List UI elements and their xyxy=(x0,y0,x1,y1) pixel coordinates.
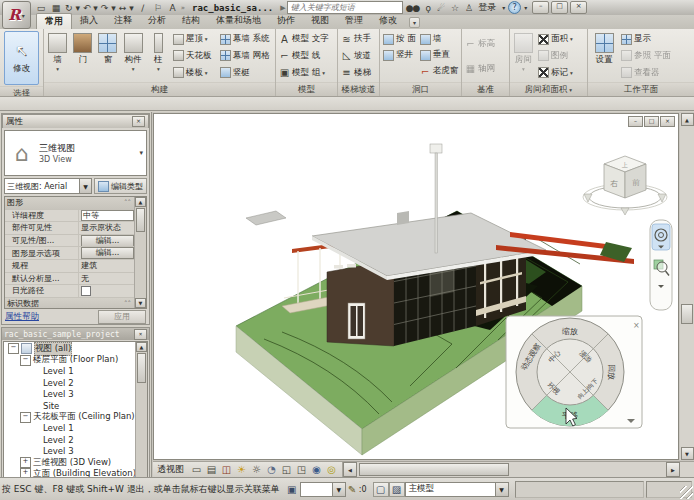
panel-label-model[interactable]: 模型 xyxy=(276,82,337,96)
app-logo[interactable]: R ▾ xyxy=(2,1,31,29)
active-design-option-combo[interactable]: 主模型 ▼ xyxy=(405,482,509,497)
scroll-up-icon[interactable]: ▲ xyxy=(135,197,146,207)
tab-体量和场地[interactable]: 体量和场地 xyxy=(208,13,269,29)
reveal-hidden-elements-icon[interactable]: ◎ xyxy=(325,463,338,476)
view-restore-icon[interactable]: □ xyxy=(644,116,659,127)
canvas-vscrollbar[interactable]: ▲ ▼ xyxy=(680,113,694,460)
shadows-icon[interactable]: ☼ xyxy=(250,463,263,476)
title-expand-icon[interactable]: ▶ xyxy=(280,4,285,12)
model-group-button[interactable]: ▣ 模型 组 xyxy=(279,66,334,80)
ref-plane-button[interactable]: 参照 平面 xyxy=(621,49,687,63)
property-row[interactable]: 部件可见性显示原状态 xyxy=(5,222,134,235)
editing-requests-icon[interactable]: ✎ xyxy=(346,482,359,497)
redo-icon[interactable]: ↷ ▾ xyxy=(100,2,117,14)
property-row[interactable]: 可见性/图...编辑... xyxy=(5,235,134,248)
scroll-up-icon[interactable]: ▲ xyxy=(136,342,147,352)
navigation-bar[interactable] xyxy=(650,220,672,310)
scroll-right-icon[interactable]: ▶ xyxy=(666,462,680,477)
detail-level-icon[interactable]: ▤ xyxy=(205,463,218,476)
temporary-hide-isolate-icon[interactable]: ◉ xyxy=(310,463,323,476)
tree-item[interactable]: −视图 (all) xyxy=(4,343,135,354)
tree-item[interactable]: Level 1 xyxy=(4,423,135,434)
close-icon[interactable]: × xyxy=(134,329,147,340)
component-button[interactable]: 构件 xyxy=(121,30,146,82)
column-button[interactable]: 柱 xyxy=(146,30,171,82)
properties-title-bar[interactable]: 属性 × xyxy=(2,114,149,128)
view-scale-label[interactable]: 透视图 xyxy=(157,463,184,476)
view-filter-combo[interactable]: 三维视图: Aerial ▼ xyxy=(4,178,92,194)
scroll-up-icon[interactable]: ▲ xyxy=(681,113,694,126)
property-row[interactable]: 详细程度中等 xyxy=(5,210,134,223)
resize-grip[interactable] xyxy=(680,486,693,499)
tab-协作[interactable]: 协作 xyxy=(269,13,303,29)
qat-overflow-icon[interactable]: » xyxy=(181,4,185,12)
close-icon[interactable]: × xyxy=(132,116,145,127)
combo-arrow-icon[interactable]: ▼ xyxy=(495,483,508,496)
tab-常用[interactable]: 常用 xyxy=(36,13,72,29)
minimize-button[interactable]: – xyxy=(532,1,549,14)
tree-item[interactable]: Level 2 xyxy=(4,434,135,445)
apply-button[interactable]: 应用 xyxy=(98,310,146,324)
panel-label-datum[interactable]: 基准 xyxy=(462,82,509,96)
opening-by-face-button[interactable]: 按 面 xyxy=(383,32,416,46)
tree-item[interactable]: Level 1 xyxy=(4,366,135,377)
signin-dropdown-icon[interactable]: ▾ xyxy=(502,4,505,11)
3d-view-canvas[interactable]: – □ × xyxy=(153,113,679,460)
viewer-button[interactable]: 查看器 xyxy=(621,66,687,80)
scroll-down-icon[interactable]: ▼ xyxy=(681,447,694,460)
crop-size-icon[interactable]: ▭ xyxy=(190,463,203,476)
modify-button[interactable]: ↖ 修改 xyxy=(4,31,39,85)
undo-icon[interactable]: ↶ ▾ xyxy=(82,2,99,14)
level-button[interactable]: ⌐ 标高 xyxy=(465,37,506,51)
combo-arrow-icon[interactable]: ▼ xyxy=(79,179,91,193)
tab-结构[interactable]: 结构 xyxy=(174,13,208,29)
visual-style-icon[interactable]: ◫ xyxy=(220,463,233,476)
scroll-left-icon[interactable]: ◀ xyxy=(343,462,357,477)
help-dropdown-icon[interactable]: ▾ xyxy=(524,4,527,11)
aligned-dimension-icon[interactable]: ∕ xyxy=(136,2,150,14)
stairs-button[interactable]: ≡ 楼梯 xyxy=(341,66,376,80)
render-icon[interactable]: ◔ xyxy=(265,463,278,476)
property-row[interactable]: 日光路径 xyxy=(5,285,134,298)
tree-item[interactable]: Level 3 xyxy=(4,389,135,400)
text-icon[interactable]: A xyxy=(166,2,180,14)
room-button[interactable]: 房间 xyxy=(511,30,536,82)
save-icon[interactable]: ▦ xyxy=(49,2,63,14)
panel-label-select[interactable]: 选择 xyxy=(0,86,43,96)
tree-item[interactable]: Level 2 xyxy=(4,377,135,388)
property-group-header[interactable]: 标识数据ˆˆ xyxy=(5,298,134,309)
sync-icon[interactable]: ↻ ▾ xyxy=(64,2,81,14)
tab-修改[interactable]: 修改 xyxy=(371,13,405,29)
ceiling-button[interactable]: 天花板 xyxy=(173,49,216,63)
model-text-button[interactable]: A 模型 文字 xyxy=(279,32,334,46)
property-row[interactable]: 规程建筑 xyxy=(5,260,134,273)
floor-button[interactable]: 楼板 xyxy=(173,66,216,80)
property-row[interactable]: 默认分析显...无 xyxy=(5,273,134,286)
sign-in-button[interactable]: 登录 xyxy=(478,1,496,14)
user-icon[interactable]: ♙ xyxy=(465,3,473,13)
tag-room-button[interactable]: 标记 xyxy=(538,66,584,80)
canvas-hscrollbar[interactable]: ◀ ▶ xyxy=(343,462,680,477)
model-line-button[interactable]: ⌐ 模型 线 xyxy=(279,49,334,63)
panel-label-circulation[interactable]: 楼梯坡道 xyxy=(338,82,379,96)
tab-管理[interactable]: 管理 xyxy=(337,13,371,29)
railing-button[interactable]: ≋ 扶手 xyxy=(341,32,376,46)
tab-注释[interactable]: 注释 xyxy=(106,13,140,29)
curtain-system-button[interactable]: 幕墙 系统 xyxy=(220,32,272,46)
door-button[interactable]: 门 xyxy=(70,30,95,82)
area-button[interactable]: 面积 xyxy=(538,32,584,46)
close-button[interactable]: × xyxy=(570,1,587,14)
exclude-options-icon[interactable]: ▨ xyxy=(389,482,405,497)
wall-opening-button[interactable]: 墙 xyxy=(420,32,459,46)
view-close-icon[interactable]: × xyxy=(660,116,675,127)
tree-item[interactable]: Level 3 xyxy=(4,446,135,457)
ramp-button[interactable]: ◺ 坡道 xyxy=(341,49,376,63)
maximize-button[interactable]: □ xyxy=(551,1,568,14)
roof-button[interactable]: 屋顶 xyxy=(173,32,216,46)
open-icon[interactable]: ▭ xyxy=(34,2,48,14)
type-selector[interactable]: ⌂ 三维视图 3D View ▾ xyxy=(4,130,147,176)
view-minimize-icon[interactable]: – xyxy=(628,116,643,127)
ribbon-state-toggle[interactable]: ▾ xyxy=(409,17,420,28)
show-work-plane-button[interactable]: 显示 xyxy=(621,32,687,46)
tab-插入[interactable]: 插入 xyxy=(72,13,106,29)
